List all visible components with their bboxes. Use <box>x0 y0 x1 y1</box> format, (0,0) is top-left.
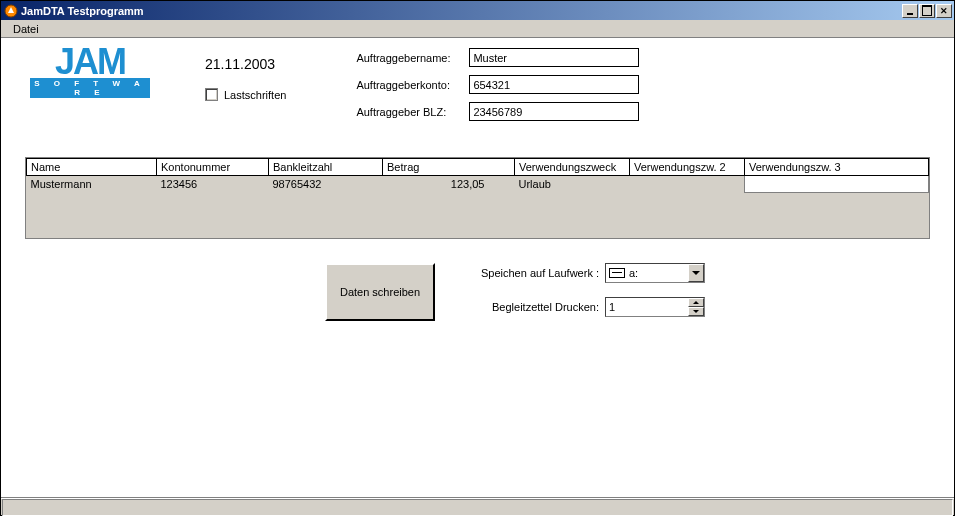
statusbar <box>1 497 954 515</box>
menubar: Datei <box>1 20 954 38</box>
drive-combo[interactable]: a: <box>605 263 705 283</box>
col-name[interactable]: Name <box>27 159 157 176</box>
auftraggeber-name-label: Auftraggebername: <box>356 52 465 64</box>
col-vzw1[interactable]: Verwendungszweck <box>515 159 630 176</box>
chevron-down-icon[interactable] <box>688 264 704 282</box>
print-label: Begleitzettel Drucken: <box>475 301 599 313</box>
write-data-button[interactable]: Daten schreiben <box>325 263 435 321</box>
col-vzw2[interactable]: Verwendungszw. 2 <box>630 159 745 176</box>
menu-file[interactable]: Datei <box>7 21 45 37</box>
col-betrag[interactable]: Betrag <box>383 159 515 176</box>
app-window: JamDTA Testprogramm ✕ Datei JAM S O F T … <box>0 0 955 516</box>
cell-betrag[interactable]: 123,05 <box>383 176 515 193</box>
maximize-button[interactable] <box>919 4 935 18</box>
auftraggeber-konto-label: Auftraggeberkonto: <box>356 79 465 91</box>
auftraggeber-blz-field[interactable] <box>469 102 639 121</box>
logo-subtitle: S O F T W A R E <box>30 78 150 98</box>
auftraggeber-name-field[interactable] <box>469 48 639 67</box>
logo-text: JAM <box>55 46 125 78</box>
date-label: 21.11.2003 <box>205 56 286 72</box>
cell-konto[interactable]: 123456 <box>157 176 269 193</box>
cell-blz[interactable]: 98765432 <box>269 176 383 193</box>
window-controls: ✕ <box>901 4 954 18</box>
status-panel <box>2 499 953 516</box>
drive-value: a: <box>629 267 638 279</box>
app-icon <box>4 4 18 18</box>
col-konto[interactable]: Kontonummer <box>157 159 269 176</box>
drive-label: Speichen auf Laufwerk : <box>475 267 599 279</box>
titlebar[interactable]: JamDTA Testprogramm ✕ <box>1 1 954 20</box>
lastschriften-label: Lastschriften <box>224 89 286 101</box>
cell-vzw1[interactable]: Urlaub <box>515 176 630 193</box>
data-grid[interactable]: Name Kontonummer Bankleitzahl Betrag Ver… <box>25 157 930 239</box>
col-vzw3[interactable]: Verwendungszw. 3 <box>745 159 929 176</box>
cell-vzw3-edit[interactable] <box>745 176 929 193</box>
print-value: 1 <box>609 301 615 313</box>
spinner-up-icon[interactable] <box>688 298 704 307</box>
cell-vzw2[interactable] <box>630 176 745 193</box>
spinner-down-icon[interactable] <box>688 307 704 316</box>
print-count-spinner[interactable]: 1 <box>605 297 705 317</box>
content-area: JAM S O F T W A R E 21.11.2003 Lastschri… <box>1 38 954 497</box>
floppy-icon <box>609 268 625 278</box>
cell-name[interactable]: Mustermann <box>27 176 157 193</box>
close-button[interactable]: ✕ <box>936 4 952 18</box>
logo: JAM S O F T W A R E <box>25 46 185 94</box>
auftraggeber-konto-field[interactable] <box>469 75 639 94</box>
col-blz[interactable]: Bankleitzahl <box>269 159 383 176</box>
table-row[interactable]: Mustermann 123456 98765432 123,05 Urlaub <box>27 176 929 193</box>
lastschriften-checkbox[interactable] <box>205 88 218 101</box>
window-title: JamDTA Testprogramm <box>21 5 901 17</box>
auftraggeber-blz-label: Auftraggeber BLZ: <box>356 106 465 118</box>
minimize-button[interactable] <box>902 4 918 18</box>
